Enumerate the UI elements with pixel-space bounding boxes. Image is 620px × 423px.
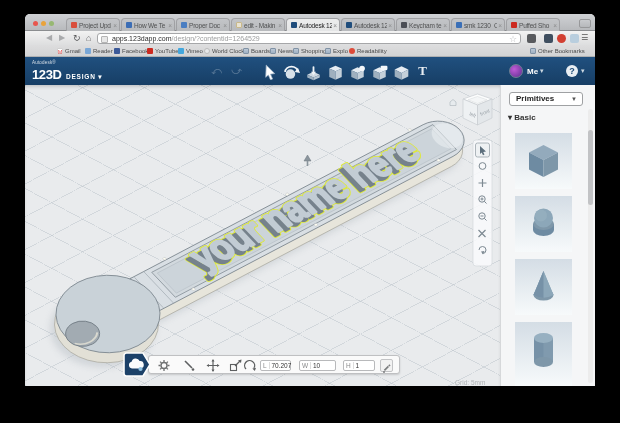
- svg-text:your name here: your name here: [179, 129, 429, 277]
